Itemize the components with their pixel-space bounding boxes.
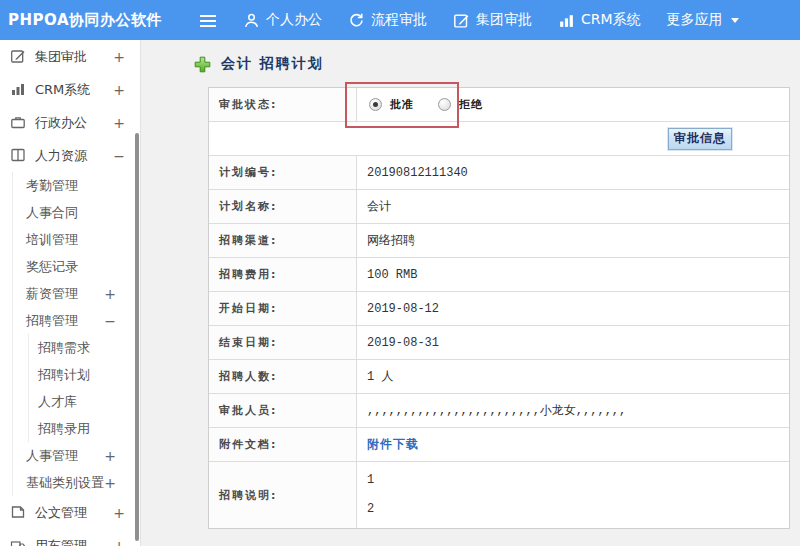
approve-label: 批准 bbox=[390, 97, 414, 112]
field-value: 2019-08-12 bbox=[357, 292, 789, 325]
caret-down-icon bbox=[731, 18, 739, 27]
expand-plus-icon[interactable]: + bbox=[113, 115, 125, 131]
expand-plus-icon[interactable]: + bbox=[113, 49, 125, 65]
nav-item-label: CRM系统 bbox=[581, 11, 641, 29]
sidebar-item-label: 公文管理 bbox=[35, 504, 87, 522]
row-start-date: 开始日期: 2019-08-12 bbox=[209, 292, 789, 326]
desc-line: 2 bbox=[367, 502, 374, 517]
chart-icon bbox=[10, 81, 27, 98]
field-label: 开始日期: bbox=[209, 292, 357, 325]
sidebar: 集团审批 + CRM系统 + 行政办公 + 人力资源 − 考勤管理 bbox=[0, 40, 141, 546]
field-label: 计划编号: bbox=[209, 156, 357, 189]
collapse-minus-icon[interactable]: − bbox=[104, 313, 116, 329]
sidebar-item-recruit-demand[interactable]: 招聘需求 bbox=[29, 334, 140, 361]
field-label: 审批人员: bbox=[209, 394, 357, 427]
expand-plus-icon[interactable]: + bbox=[104, 475, 116, 491]
sidebar-item-label: 招聘录用 bbox=[38, 420, 90, 438]
reject-radio[interactable] bbox=[438, 98, 451, 111]
sidebar-item-official-doc[interactable]: 公文管理 + bbox=[0, 496, 140, 529]
row-approvers: 审批人员: ,,,,,,,,,,,,,,,,,,,,,,,,小龙女,,,,,,, bbox=[209, 394, 789, 428]
hr-submenu: 考勤管理 人事合同 培训管理 奖惩记录 薪资管理 + 招聘管理 − 招聘需求 bbox=[12, 172, 140, 496]
field-label: 招聘费用: bbox=[209, 258, 357, 291]
desc-line: 1 bbox=[367, 473, 374, 488]
sidebar-item-label: 用车管理 bbox=[35, 537, 87, 546]
sidebar-item-label: 行政办公 bbox=[35, 114, 87, 132]
nav-item-label: 个人办公 bbox=[266, 11, 322, 29]
sidebar-item-label: 奖惩记录 bbox=[26, 258, 78, 276]
sidebar-item-hr[interactable]: 人力资源 − bbox=[0, 139, 140, 172]
nav-item-personal-office[interactable]: 个人办公 bbox=[243, 11, 322, 29]
sidebar-item-recruit-mgmt[interactable]: 招聘管理 − bbox=[13, 307, 140, 334]
sidebar-item-base-category[interactable]: 基础类别设置 + bbox=[13, 469, 140, 496]
sidebar-item-personnel-mgmt[interactable]: 人事管理 + bbox=[13, 442, 140, 469]
top-nav: 个人办公 流程审批 集团审批 CRM系统 更多应用 bbox=[243, 0, 765, 40]
approve-option: 批准 bbox=[369, 97, 414, 112]
expand-plus-icon[interactable]: + bbox=[104, 448, 116, 464]
page-title: 会计 招聘计划 bbox=[194, 55, 324, 73]
attachment-download-link[interactable]: 附件下载 bbox=[367, 436, 419, 453]
nav-item-workflow-approval[interactable]: 流程审批 bbox=[348, 11, 427, 29]
row-plan-no: 计划编号: 20190812111340 bbox=[209, 156, 789, 190]
nav-item-group-approval[interactable]: 集团审批 bbox=[453, 11, 532, 29]
sidebar-item-crm[interactable]: CRM系统 + bbox=[0, 73, 140, 106]
expand-plus-icon[interactable]: + bbox=[113, 505, 125, 521]
field-label: 招聘人数: bbox=[209, 360, 357, 393]
field-value: 100 RMB bbox=[357, 258, 789, 291]
row-recruit-channel: 招聘渠道: 网络招聘 bbox=[209, 224, 789, 258]
sidebar-item-recruit-plan[interactable]: 招聘计划 bbox=[29, 361, 140, 388]
sidebar-item-admin-office[interactable]: 行政办公 + bbox=[0, 106, 140, 139]
sidebar-item-label: 招聘需求 bbox=[38, 339, 90, 357]
nav-item-label: 流程审批 bbox=[371, 11, 427, 29]
field-value: 20190812111340 bbox=[357, 156, 789, 189]
sidebar-item-label: 培训管理 bbox=[26, 231, 78, 249]
green-plus-icon bbox=[194, 56, 211, 73]
approval-info-button[interactable]: 审批信息 bbox=[668, 128, 732, 150]
field-label: 招聘说明: bbox=[209, 462, 357, 528]
truck-icon bbox=[10, 537, 27, 546]
nav-item-more-apps[interactable]: 更多应用 bbox=[667, 11, 739, 29]
main-content: 会计 招聘计划 审批状态: 批准 拒绝 bbox=[141, 40, 800, 546]
sidebar-item-label: 人才库 bbox=[38, 393, 77, 411]
sidebar-item-label: 人事合同 bbox=[26, 204, 78, 222]
sidebar-scrollbar[interactable] bbox=[135, 133, 139, 541]
reject-option: 拒绝 bbox=[438, 97, 483, 112]
hamburger-menu-icon[interactable] bbox=[200, 12, 218, 28]
collapse-minus-icon[interactable]: − bbox=[113, 148, 125, 164]
row-approval-info-button: 审批信息 bbox=[209, 122, 789, 156]
sidebar-item-talent-pool[interactable]: 人才库 bbox=[29, 388, 140, 415]
sidebar-item-label: 人力资源 bbox=[35, 147, 87, 165]
sidebar-item-hr-contract[interactable]: 人事合同 bbox=[13, 199, 140, 226]
approve-radio[interactable] bbox=[369, 98, 382, 111]
row-recruit-count: 招聘人数: 1 人 bbox=[209, 360, 789, 394]
sidebar-item-rewards[interactable]: 奖惩记录 bbox=[13, 253, 140, 280]
field-label: 附件文档: bbox=[209, 428, 357, 461]
approval-status-options: 批准 拒绝 bbox=[357, 88, 789, 121]
row-plan-name: 计划名称: 会计 bbox=[209, 190, 789, 224]
sidebar-item-group-approval[interactable]: 集团审批 + bbox=[0, 40, 140, 73]
app-window: PHPOA协同办公软件 个人办公 流程审批 集团审批 bbox=[0, 0, 800, 546]
app-title: PHPOA协同办公软件 bbox=[8, 0, 162, 40]
sidebar-item-label: 薪资管理 bbox=[26, 285, 78, 303]
field-value: 会计 bbox=[357, 190, 789, 223]
sidebar-item-label: 考勤管理 bbox=[26, 177, 78, 195]
page-title-text: 会计 招聘计划 bbox=[221, 55, 324, 73]
sidebar-item-label: 基础类别设置 bbox=[26, 474, 104, 492]
edit-icon bbox=[453, 12, 470, 29]
recruit-submenu: 招聘需求 招聘计划 人才库 招聘录用 bbox=[28, 334, 140, 442]
expand-plus-icon[interactable]: + bbox=[104, 286, 116, 302]
nav-item-crm[interactable]: CRM系统 bbox=[558, 11, 641, 29]
sidebar-item-recruit-hire[interactable]: 招聘录用 bbox=[29, 415, 140, 442]
sidebar-item-training[interactable]: 培训管理 bbox=[13, 226, 140, 253]
sidebar-item-vehicle[interactable]: 用车管理 + bbox=[0, 529, 140, 546]
sidebar-item-label: CRM系统 bbox=[35, 81, 90, 99]
document-icon bbox=[10, 504, 27, 521]
briefcase-icon bbox=[10, 114, 27, 131]
expand-plus-icon[interactable]: + bbox=[113, 82, 125, 98]
row-attachment: 附件文档: 附件下载 bbox=[209, 428, 789, 462]
sidebar-item-attendance[interactable]: 考勤管理 bbox=[13, 172, 140, 199]
sidebar-item-salary[interactable]: 薪资管理 + bbox=[13, 280, 140, 307]
field-value: 2019-08-31 bbox=[357, 326, 789, 359]
expand-plus-icon[interactable]: + bbox=[113, 538, 125, 546]
row-end-date: 结束日期: 2019-08-31 bbox=[209, 326, 789, 360]
field-value: 1 2 bbox=[357, 462, 789, 528]
